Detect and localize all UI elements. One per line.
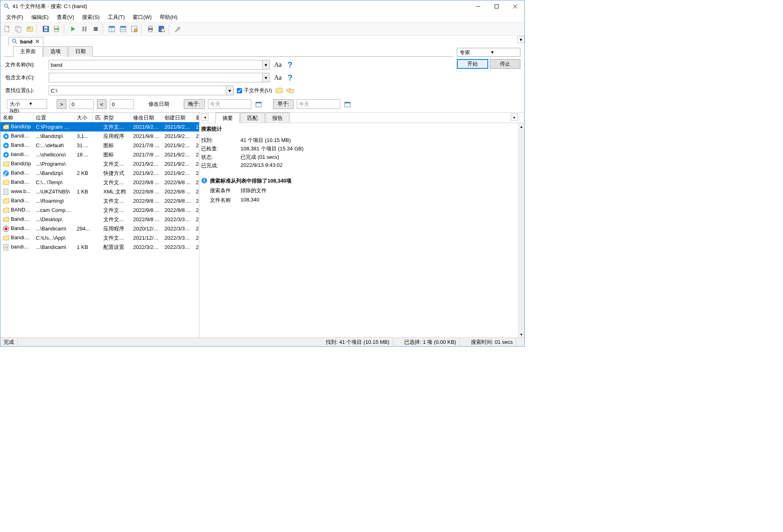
tab-dates[interactable]: 日期: [68, 46, 92, 57]
table-row[interactable]: BANDI......cam Company文件文件夹2022/9/8 ...2…: [0, 205, 199, 215]
contains-label: 包含文本(C):: [5, 74, 45, 81]
later-input[interactable]: [208, 99, 251, 109]
stop-icon[interactable]: [90, 24, 101, 34]
close-tab-icon[interactable]: ✕: [35, 38, 40, 45]
copy-icon[interactable]: [13, 24, 24, 34]
menu-search[interactable]: 搜索(S): [78, 13, 103, 22]
calendar2-icon[interactable]: [343, 100, 351, 108]
contains-input[interactable]: [49, 73, 263, 82]
subfolders-checkbox[interactable]: 子文件夹(U): [237, 87, 272, 94]
svg-line-31: [164, 31, 165, 32]
earlier-input[interactable]: [297, 99, 340, 109]
table-row[interactable]: BandizipC:\Program Fil...文件文件夹2021/9/28.…: [0, 122, 199, 131]
table-row[interactable]: Bandizi...C:...\default\31 ...图标2021/7/8…: [0, 141, 199, 150]
size-unit-combo[interactable]: 大小 (kB)▾: [7, 99, 47, 109]
stop-button[interactable]: 停止: [490, 59, 520, 69]
menu-help[interactable]: 帮助(H): [156, 13, 181, 22]
minimize-button[interactable]: [469, 0, 487, 12]
table-row[interactable]: Bandizip...\Programs\文件文件夹2021/9/28...20…: [0, 159, 199, 168]
print-icon[interactable]: [145, 24, 156, 34]
panel-gear-icon[interactable]: [129, 24, 140, 34]
filename-dropdown[interactable]: ▾: [263, 60, 270, 70]
tab-options[interactable]: 选项: [43, 46, 68, 57]
lookin-dropdown[interactable]: ▾: [226, 86, 234, 95]
later-button[interactable]: 晚于:: [184, 99, 205, 109]
case-toggle2-icon[interactable]: Aa: [273, 74, 283, 81]
tab-nav-right[interactable]: ▸: [511, 113, 518, 121]
col-name[interactable]: 名称: [0, 113, 33, 122]
table-row[interactable]: www.b......\UKZ4TNB5\1 KBXML 文档2022/9/8 …: [0, 187, 199, 196]
table-row[interactable]: Bandizi......\Bandizip\3,1...应用程序2021/9/…: [0, 131, 199, 141]
svg-rect-16: [85, 27, 86, 31]
help-icon[interactable]: ?: [286, 60, 294, 70]
menu-edit[interactable]: 编辑(E): [27, 13, 53, 22]
table-row[interactable]: Bandica......\Bandicam\294...应用程序2020/12…: [0, 224, 199, 233]
maximize-button[interactable]: [487, 0, 506, 12]
tab-main[interactable]: 主界面: [13, 46, 43, 57]
play-icon[interactable]: [68, 24, 78, 34]
col-last[interactable]: 最后: [193, 113, 199, 122]
panel1-icon[interactable]: [107, 24, 117, 34]
results-list[interactable]: BandizipC:\Program Fil...文件文件夹2021/9/28.…: [0, 122, 199, 337]
pause-icon[interactable]: [79, 24, 90, 34]
close-button[interactable]: [506, 0, 524, 12]
earlier-button[interactable]: 早于:: [273, 99, 294, 109]
table-row[interactable]: Bandica......\Roaming\文件文件夹2022/9/8 ...2…: [0, 196, 199, 205]
calendar1-icon[interactable]: [255, 100, 263, 108]
tab-nav-left[interactable]: ◂: [201, 113, 208, 121]
save-icon[interactable]: [41, 24, 51, 34]
menu-view[interactable]: 查看(V): [53, 13, 78, 22]
browse-folder-icon[interactable]: [275, 87, 283, 94]
export-icon[interactable]: [52, 24, 62, 34]
rtab-matches[interactable]: 匹配: [240, 113, 265, 123]
file-icon: [3, 170, 9, 177]
search-tab[interactable]: band ✕: [8, 37, 43, 45]
start-button[interactable]: 开始: [457, 59, 488, 69]
col-location[interactable]: 位置: [33, 113, 74, 122]
table-row[interactable]: Bandizi......\Bandizip\2 KB快捷方式2021/9/28…: [0, 168, 199, 178]
svg-line-1: [7, 7, 9, 9]
file-icon: [3, 124, 9, 130]
file-icon: [3, 161, 9, 167]
gt-button[interactable]: >: [57, 99, 66, 109]
profile-combo[interactable]: 专家▾: [457, 48, 520, 57]
col-modified[interactable]: 修改日期: [131, 113, 162, 122]
open-icon[interactable]: [25, 24, 35, 34]
status-found: 找到: 41 个项目 (10.15 MB): [323, 338, 393, 347]
lookin-input[interactable]: [49, 86, 226, 95]
new-icon[interactable]: [2, 24, 12, 34]
help2-icon[interactable]: ?: [286, 73, 294, 82]
table-row[interactable]: Bandica...C:\...\Temp\文件文件夹2022/9/8 ...2…: [0, 178, 199, 187]
filename-input[interactable]: [49, 60, 263, 70]
case-toggle-icon[interactable]: Aa: [273, 61, 283, 68]
lt-input[interactable]: [110, 99, 134, 109]
menu-window[interactable]: 窗口(W): [129, 13, 156, 22]
browse-multi-icon[interactable]: [286, 87, 294, 94]
titlebar: 41 个文件结果 - 搜索: C:\ (band): [0, 0, 524, 12]
moddate-label: 修改日期: [148, 101, 169, 108]
table-row[interactable]: bandica......\Bandicam\1 KB配置设置2022/3/24…: [0, 242, 199, 252]
contains-dropdown[interactable]: ▾: [263, 73, 270, 82]
svg-rect-8: [17, 27, 21, 32]
tab-dropdown-button[interactable]: ▾: [517, 36, 524, 43]
gt-input[interactable]: [70, 99, 94, 109]
rtab-summary[interactable]: 摘要: [216, 113, 240, 123]
lt-button[interactable]: <: [97, 99, 107, 109]
table-row[interactable]: Bandica...C:\Us...\App\文件文件夹2021/12/3...…: [0, 233, 199, 242]
menubar: 文件(F) 编辑(E) 查看(V) 搜索(S) 工具(T) 窗口(W) 帮助(H…: [0, 12, 524, 22]
preview-icon[interactable]: [156, 24, 167, 34]
panel2-icon[interactable]: [118, 24, 128, 34]
search-tabbar: band ✕ ▾: [0, 36, 524, 45]
col-size[interactable]: 大小: [74, 113, 93, 122]
rtab-report[interactable]: 报告: [265, 113, 290, 123]
col-type[interactable]: 类型: [101, 113, 131, 122]
scrollbar[interactable]: ▴▾: [518, 123, 524, 337]
settings-icon[interactable]: [173, 24, 183, 34]
menu-tools[interactable]: 工具(T): [104, 13, 129, 22]
col-match[interactable]: 匹...: [93, 113, 101, 122]
table-row[interactable]: Bandica......\Desktop\文件文件夹2022/9/8 ...2…: [0, 215, 199, 224]
table-row[interactable]: bandizi......\shellicons\18 ...图标2021/7/…: [0, 150, 199, 159]
svg-rect-12: [44, 27, 47, 29]
menu-file[interactable]: 文件(F): [2, 13, 27, 22]
col-created[interactable]: 创建日期: [162, 113, 193, 122]
